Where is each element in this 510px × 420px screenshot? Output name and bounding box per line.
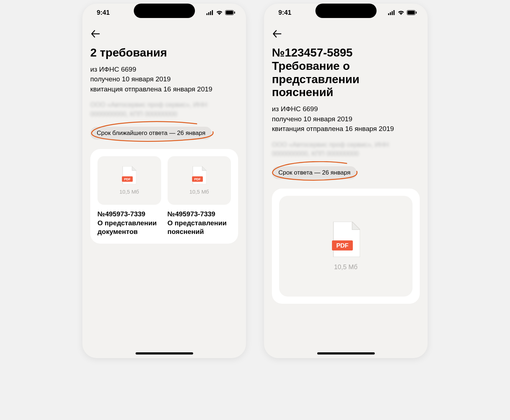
svg-rect-13	[392, 11, 393, 15]
svg-rect-6	[234, 12, 235, 14]
pdf-file-icon: PDF	[332, 222, 360, 258]
svg-text:PDF: PDF	[194, 177, 201, 181]
svg-rect-11	[388, 13, 389, 15]
documents-panel: PDF 10,5 Мб №495973-7339 О представлении…	[90, 149, 238, 244]
battery-icon	[407, 10, 417, 15]
svg-rect-0	[206, 13, 208, 15]
page-title: №123457-5895 Требование о представлении …	[272, 46, 420, 99]
meta-source: из ИФНС 6699	[272, 104, 420, 114]
document-thumb: PDF 10,5 Мб	[168, 156, 231, 205]
file-size: 10,5 Мб	[190, 189, 209, 195]
svg-rect-1	[208, 12, 209, 15]
meta-receipt: квитанция отправлена 16 января 2019	[272, 124, 420, 134]
home-indicator[interactable]	[317, 352, 375, 354]
notch	[134, 4, 195, 18]
status-time: 9:41	[278, 9, 291, 17]
svg-rect-5	[226, 11, 233, 14]
home-indicator[interactable]	[136, 352, 193, 354]
status-icons	[206, 10, 235, 15]
battery-icon	[225, 10, 235, 15]
status-bar: 9:41	[264, 4, 428, 22]
svg-rect-17	[416, 12, 417, 14]
meta-received: получено 10 января 2019	[272, 114, 420, 124]
document-desc: О представлении документов	[97, 219, 161, 236]
phone-right: 9:41 №123457-5895 Требование о представл…	[264, 4, 428, 358]
content-left: 2 требования из ИФНС 6699 получено 10 ян…	[82, 22, 246, 358]
pdf-file-icon: PDF	[122, 166, 136, 186]
org-info-blurred: ООО «Автосервис проф сервис», ИНН 000000…	[272, 140, 420, 158]
document-thumb: PDF 10,5 Мб	[97, 156, 161, 205]
document-card[interactable]: PDF 10,5 Мб №495973-7339 О представлении…	[97, 156, 161, 236]
document-desc: О представлении пояснений	[168, 219, 231, 236]
deadline-chip: Срок ближайшего ответа — 26 января	[90, 127, 212, 140]
meta-source: из ИФНС 6699	[90, 64, 238, 74]
wifi-icon	[216, 10, 223, 15]
document-card-large[interactable]: PDF 10,5 Мб	[279, 196, 413, 297]
deadline-chip: Срок ответа — 26 января	[272, 166, 357, 179]
pdf-file-icon: PDF	[192, 166, 206, 186]
page-title: 2 требования	[90, 46, 238, 59]
cellular-signal-icon	[206, 10, 214, 15]
back-button[interactable]	[90, 29, 100, 39]
svg-rect-16	[407, 11, 415, 14]
cellular-signal-icon	[388, 10, 395, 15]
document-number: №495973-7339	[97, 210, 161, 219]
document-title: №495973-7339 О представлении документов	[97, 210, 161, 236]
phone-left: 9:41 2 требования из ИФНС 6699 получено …	[82, 4, 246, 358]
svg-rect-12	[390, 12, 391, 15]
back-button[interactable]	[272, 29, 282, 39]
svg-rect-3	[212, 10, 213, 15]
notch	[315, 4, 377, 18]
document-panel: PDF 10,5 Мб	[272, 189, 420, 304]
svg-rect-14	[393, 10, 395, 15]
document-title: №495973-7339 О представлении пояснений	[168, 210, 231, 236]
org-info-blurred: ООО «Автосервис проф сервис», ИНН 000000…	[90, 100, 238, 118]
wifi-icon	[397, 10, 405, 15]
status-time: 9:41	[97, 9, 110, 17]
status-bar: 9:41	[82, 4, 246, 22]
document-card[interactable]: PDF 10,5 Мб №495973-7339 О представлении…	[168, 156, 231, 236]
status-icons	[388, 10, 417, 15]
svg-rect-2	[210, 11, 211, 15]
document-number: №495973-7339	[168, 210, 231, 219]
content-right: №123457-5895 Требование о представлении …	[264, 22, 428, 358]
svg-text:PDF: PDF	[124, 177, 131, 181]
file-size: 10,5 Мб	[334, 263, 358, 271]
deadline-wrap: Срок ближайшего ответа — 26 января	[90, 127, 212, 140]
file-size: 10,5 Мб	[119, 189, 139, 195]
deadline-wrap: Срок ответа — 26 января	[272, 166, 357, 179]
meta-received: получено 10 января 2019	[90, 74, 238, 84]
svg-text:PDF: PDF	[336, 242, 349, 249]
meta-receipt: квитанция отправлена 16 января 2019	[90, 84, 238, 94]
documents-grid: PDF 10,5 Мб №495973-7339 О представлении…	[97, 156, 231, 236]
